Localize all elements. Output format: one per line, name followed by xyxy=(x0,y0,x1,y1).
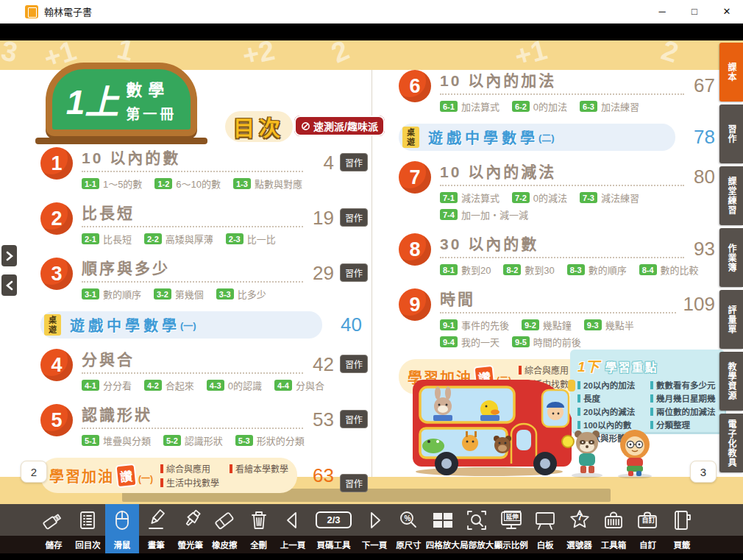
sidebar-tab-作業簿[interactable]: 作業簿 xyxy=(719,228,743,287)
section-item[interactable]: 4-2 合起來 xyxy=(144,378,194,392)
section-item[interactable]: 9-1 事件的先後 xyxy=(440,318,509,332)
section-item[interactable]: 7-1 減法算式 xyxy=(440,191,500,205)
boardgame-page-number[interactable]: 40 xyxy=(334,313,362,336)
sidebar-tab-教學資源[interactable]: 教學資源 xyxy=(719,352,743,411)
section-item[interactable]: 7-3 減法練習 xyxy=(580,191,639,205)
chapter-link[interactable]: 10 以內的數 xyxy=(82,146,303,172)
chapter-page-number[interactable]: 109 xyxy=(683,294,715,313)
workbook-badge[interactable]: 習作 xyxy=(340,153,368,171)
section-code-badge: 4-2 xyxy=(144,380,162,391)
toolbar-toolbox-button[interactable]: 工具箱 xyxy=(597,504,630,553)
section-item[interactable]: 6-1 加法算式 xyxy=(440,99,500,113)
workbook-badge[interactable]: 習作 xyxy=(340,208,368,227)
toolbar-back-to-toc-button[interactable]: 回目次 xyxy=(71,504,104,553)
close-button[interactable]: ✕ xyxy=(711,0,743,24)
workbook-badge[interactable]: 習作 xyxy=(340,410,368,428)
section-item[interactable]: 4-4 分與合 xyxy=(274,378,324,392)
section-item[interactable]: 9-4 我的一天 xyxy=(440,335,500,349)
section-item[interactable]: 9-3 幾點半 xyxy=(584,318,634,332)
maximize-button[interactable]: □ xyxy=(678,0,711,24)
toolbar-pen-tool-button[interactable]: 畫筆 xyxy=(139,504,173,553)
section-item[interactable]: 5-2 認識形狀 xyxy=(163,433,223,447)
chapter-link[interactable]: 30 以內的數 xyxy=(440,232,684,258)
section-item[interactable]: 9-5 時間的前後 xyxy=(512,335,581,349)
toolbar-display-scale-button[interactable]: 延伸 顯示比例 xyxy=(494,504,528,553)
toolbar-mouse-tool-button[interactable]: 滑鼠 xyxy=(105,504,139,553)
panel-collapse-left-button[interactable] xyxy=(1,274,17,296)
toolbar-save-button[interactable]: 儲存 xyxy=(37,504,71,553)
toolbar-prev-page-button[interactable]: 上一頁 xyxy=(276,504,310,553)
section-item[interactable]: 2-1 比長短 xyxy=(82,232,132,246)
chapter-link[interactable]: 認識形狀 xyxy=(82,403,303,429)
chapter-page-number[interactable]: 4 xyxy=(310,153,334,172)
chapter-page-number[interactable]: 19 xyxy=(310,208,334,227)
section-item[interactable]: 6-2 0的加法 xyxy=(512,99,567,113)
sidebar-tab-習作[interactable]: 習作 xyxy=(719,104,743,163)
chapter-page-number[interactable]: 42 xyxy=(310,355,334,374)
section-code-badge: 9-5 xyxy=(512,336,530,347)
sidebar-tab-課本[interactable]: 課本 xyxy=(719,43,743,102)
toolbar-page-number-tool[interactable]: 2/3 頁碼工具 xyxy=(310,504,358,553)
section-item[interactable]: 1-2 6～10的數 xyxy=(154,177,221,191)
boardgame-link[interactable]: 桌遊 遊戲中學數學 (二) xyxy=(399,124,675,151)
toolbar-eraser-tool-button[interactable]: 橡皮擦 xyxy=(207,504,241,553)
study-boost-page-number[interactable]: 63 xyxy=(306,464,334,487)
chapter-page-number[interactable]: 29 xyxy=(310,263,334,283)
section-item[interactable]: 1-3 點數與對應 xyxy=(233,177,302,191)
toolbar-number-picker-button[interactable]: 7 選號器 xyxy=(563,504,597,553)
boardgame-page-number[interactable]: 78 xyxy=(687,126,715,149)
section-item[interactable]: 4-1 分分看 xyxy=(82,378,132,392)
chapter-link[interactable]: 時間 xyxy=(440,287,676,313)
chapter-link[interactable]: 10 以內的減法 xyxy=(440,160,684,186)
section-item[interactable]: 3-1 數的順序 xyxy=(82,287,141,301)
section-item[interactable]: 2-2 高矮與厚薄 xyxy=(144,232,213,246)
toolbar-custom-button[interactable]: 自訂 自訂 xyxy=(630,504,664,553)
section-item[interactable]: 3-3 比多少 xyxy=(216,287,266,301)
chapter-page-number[interactable]: 67 xyxy=(692,76,715,95)
section-item[interactable]: 3-2 第幾個 xyxy=(154,287,204,301)
toolbar-page-tabs-button[interactable]: 頁籤 xyxy=(665,504,699,553)
chapter-page-number[interactable]: 80 xyxy=(692,167,715,186)
section-item[interactable]: 5-3 形狀的分類 xyxy=(235,433,305,447)
sidebar-tab-課堂練習[interactable]: 課堂練習 xyxy=(719,166,743,225)
toolbar-four-grid-zoom-button[interactable]: 四格放大 xyxy=(426,504,460,553)
eraser-icon xyxy=(212,504,237,536)
section-item[interactable]: 9-2 幾點鐘 xyxy=(522,318,572,332)
left-page-number-tab[interactable]: 2 xyxy=(21,461,47,483)
section-item[interactable]: 5-1 堆疊與分類 xyxy=(82,433,151,447)
chapter-link[interactable]: 比長短 xyxy=(82,201,303,227)
chapter-link[interactable]: 分與合 xyxy=(82,347,303,374)
toolbar-highlighter-tool-button[interactable]: 螢光筆 xyxy=(174,504,207,553)
section-item[interactable]: 2-3 比一比 xyxy=(226,232,276,246)
section-item[interactable]: 8-4 數的比較 xyxy=(639,263,699,277)
section-item[interactable]: 8-3 數的順序 xyxy=(567,263,627,277)
section-item[interactable]: 8-2 數到30 xyxy=(503,263,554,277)
sidebar-tab-評量單[interactable]: 評量單 xyxy=(719,290,743,349)
chapter-page-number[interactable]: 53 xyxy=(310,410,334,429)
section-item[interactable]: 7-4 加一加・減一減 xyxy=(440,208,528,221)
workbook-badge[interactable]: 習作 xyxy=(340,355,368,373)
chapter-page-number[interactable]: 93 xyxy=(692,239,715,258)
right-page-number-tab[interactable]: 3 xyxy=(690,461,717,483)
toolbar-delete-all-button[interactable]: 全刪 xyxy=(242,504,276,553)
minimize-button[interactable]: ─ xyxy=(646,0,678,24)
workbook-badge[interactable]: 習作 xyxy=(340,263,368,282)
chapter-link[interactable]: 順序與多少 xyxy=(82,256,303,283)
section-item[interactable]: 6-3 加法練習 xyxy=(580,99,639,113)
toolbar-whiteboard-button[interactable]: 白板 xyxy=(528,504,562,553)
toolbar-original-size-button[interactable]: % 原尺寸 xyxy=(391,504,425,553)
sidebar-tab-電子化教具[interactable]: 電子化教具 xyxy=(719,414,743,472)
toolbar-area-zoom-button[interactable]: 局部放大 xyxy=(460,504,494,553)
boardgame-link[interactable]: 桌遊 遊戲中學數學 (一) xyxy=(40,311,322,339)
toolbar-next-page-button[interactable]: 下一頁 xyxy=(358,504,391,553)
workbook-badge[interactable]: 習作 xyxy=(340,474,368,492)
section-item[interactable]: 8-1 數到20 xyxy=(440,263,491,277)
chapter-link[interactable]: 10 以內的加法 xyxy=(440,68,684,95)
quick-test-link-button[interactable]: 速測派/趣味派 xyxy=(294,116,385,136)
panel-expand-right-button[interactable] xyxy=(1,245,17,266)
section-item[interactable]: 7-2 0的減法 xyxy=(512,191,567,205)
study-boost-link[interactable]: 學習加油 讚 (一) 綜合與應用看繪本學數學生活中找數學 xyxy=(40,458,297,493)
whiteboard-icon xyxy=(533,504,558,536)
section-item[interactable]: 1-1 1～5的數 xyxy=(82,177,142,191)
section-item[interactable]: 4-3 0的認識 xyxy=(207,378,262,392)
